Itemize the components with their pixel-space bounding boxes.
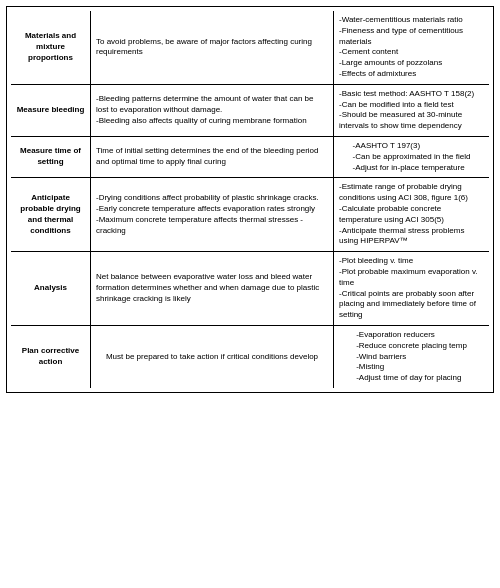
step-methods: -Evaporation reducers-Reduce concrete pl… [334, 326, 489, 388]
step-label: Measure bleeding [11, 85, 91, 136]
step-description: Must be prepared to take action if criti… [91, 326, 334, 388]
step-label: Plan corrective action [11, 326, 91, 388]
step-description: To avoid problems, be aware of major fac… [91, 11, 334, 84]
table-row: Measure bleeding-Bleeding patterns deter… [11, 85, 489, 137]
step-methods: -Plot bleeding v. time-Plot probable max… [334, 252, 489, 325]
step-description: -Bleeding patterns determine the amount … [91, 85, 334, 136]
table-row: AnalysisNet balance between evaporative … [11, 252, 489, 326]
flowchart: Materials and mixture proportionsTo avoi… [6, 6, 494, 393]
step-methods: -AASHTO T 197(3)-Can be approximated in … [334, 137, 489, 177]
step-description: Time of initial setting determines the e… [91, 137, 334, 177]
step-methods: -Estimate range of probable drying condi… [334, 178, 489, 251]
table-row: Materials and mixture proportionsTo avoi… [11, 11, 489, 85]
step-label: Materials and mixture proportions [11, 11, 91, 84]
step-label: Measure time of setting [11, 137, 91, 177]
table-row: Plan corrective actionMust be prepared t… [11, 326, 489, 388]
step-label: Anticipate probable drying and thermal c… [11, 178, 91, 251]
step-methods: -Basic test method: AASHTO T 158(2)-Can … [334, 85, 489, 136]
step-description: Net balance between evaporative water lo… [91, 252, 334, 325]
step-description: -Drying conditions affect probability of… [91, 178, 334, 251]
table-row: Measure time of settingTime of initial s… [11, 137, 489, 178]
table-row: Anticipate probable drying and thermal c… [11, 178, 489, 252]
step-label: Analysis [11, 252, 91, 325]
step-methods: -Water-cementitious materials ratio-Fine… [334, 11, 489, 84]
